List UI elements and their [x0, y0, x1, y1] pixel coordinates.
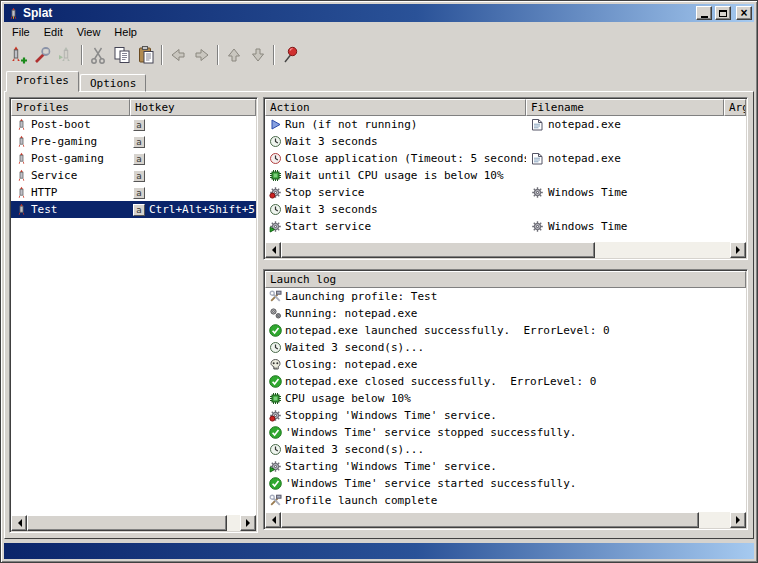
profile-row-selected[interactable]: Test aCtrl+Alt+Shift+5 [11, 201, 256, 218]
scroll-right-button[interactable] [730, 512, 746, 528]
scroll-track[interactable] [281, 242, 730, 258]
clock-icon [268, 203, 282, 216]
toolbar-separator [217, 45, 219, 65]
action-row[interactable]: Wait 3 seconds [265, 201, 746, 218]
column-header-hotkey[interactable]: Hotkey [130, 99, 256, 116]
app-icon [6, 7, 20, 20]
toolbar [4, 41, 754, 68]
forward-button[interactable] [190, 43, 214, 66]
action-text: Close application (Timeout: 5 seconds) [285, 152, 526, 165]
running-gears-icon [268, 307, 282, 320]
profile-name: Test [31, 203, 58, 216]
close-button[interactable]: × [736, 6, 752, 20]
log-row[interactable]: Launching profile: Test [265, 288, 746, 305]
log-horizontal-scrollbar[interactable] [265, 512, 746, 528]
toolbar-separator [273, 45, 275, 65]
cut-button[interactable] [86, 43, 110, 66]
back-button[interactable] [166, 43, 190, 66]
log-row[interactable]: notepad.exe closed successfully. ErrorLe… [265, 373, 746, 390]
scroll-track[interactable] [27, 515, 240, 531]
action-row[interactable]: Wait 3 seconds [265, 133, 746, 150]
profile-row[interactable]: Pre-gaming a [11, 133, 256, 150]
menu-file[interactable]: File [5, 24, 37, 40]
add-profile-button[interactable] [6, 43, 30, 66]
column-header-filename[interactable]: Filename [526, 99, 724, 116]
scroll-thumb[interactable] [281, 512, 699, 528]
action-text: Wait 3 seconds [285, 135, 378, 148]
column-header-launch-log[interactable]: Launch log [265, 271, 746, 288]
move-up-button[interactable] [222, 43, 246, 66]
action-row[interactable]: Start service Windows Time [265, 218, 746, 235]
log-row[interactable]: Closing: notepad.exe [265, 356, 746, 373]
tools-icon [268, 290, 282, 303]
actions-list: Action Filename Arg Run (if not running)… [263, 97, 748, 260]
right-triangle-icon [736, 516, 744, 524]
log-row[interactable]: Waited 3 second(s)... [265, 339, 746, 356]
profile-name: HTTP [31, 186, 58, 199]
up-arrow-icon [224, 45, 244, 65]
profile-row[interactable]: HTTP a [11, 184, 256, 201]
log-row[interactable]: notepad.exe launched successfully. Error… [265, 322, 746, 339]
menu-edit[interactable]: Edit [37, 24, 70, 40]
maximize-button[interactable] [715, 6, 731, 20]
profile-rocket-icon [14, 152, 28, 165]
scroll-thumb[interactable] [27, 515, 227, 531]
scroll-right-button[interactable] [240, 515, 256, 531]
clock-icon [268, 443, 282, 456]
log-row[interactable]: 'Windows Time' service started successfu… [265, 475, 746, 492]
profile-row[interactable]: Post-gaming a [11, 150, 256, 167]
menu-view[interactable]: View [70, 24, 108, 40]
log-row[interactable]: Starting 'Windows Time' service. [265, 458, 746, 475]
profile-row[interactable]: Post-boot a [11, 116, 256, 133]
forward-arrow-icon [192, 45, 212, 65]
action-row[interactable]: Stop service Windows Time [265, 184, 746, 201]
minimize-button[interactable] [696, 6, 712, 20]
run-icon [268, 118, 282, 131]
pin-button[interactable] [278, 43, 302, 66]
scroll-track[interactable] [281, 512, 730, 528]
filename-text: Windows Time [548, 186, 627, 199]
profile-name: Post-gaming [31, 152, 104, 165]
log-row[interactable]: Stopping 'Windows Time' service. [265, 407, 746, 424]
actions-horizontal-scrollbar[interactable] [265, 242, 746, 258]
filename-text: notepad.exe [548, 152, 621, 165]
menu-help[interactable]: Help [107, 24, 144, 40]
window-title: Splat [23, 6, 693, 20]
action-row[interactable]: Wait until CPU usage is below 10% [265, 167, 746, 184]
hotkey-badge-icon: a [133, 204, 145, 216]
copy-button[interactable] [110, 43, 134, 66]
title-bar[interactable]: Splat × [4, 4, 754, 22]
profile-row[interactable]: Service a [11, 167, 256, 184]
column-header-action[interactable]: Action [265, 99, 526, 116]
minimize-icon [701, 16, 708, 18]
action-row[interactable]: Close application (Timeout: 5 seconds) n… [265, 150, 746, 167]
log-row[interactable]: Profile launch complete [265, 492, 746, 509]
scroll-thumb[interactable] [281, 242, 595, 258]
right-triangle-icon [246, 519, 254, 527]
move-down-button[interactable] [246, 43, 270, 66]
column-header-profiles[interactable]: Profiles [11, 99, 130, 116]
log-row[interactable]: Waited 3 second(s)... [265, 441, 746, 458]
log-row[interactable]: 'Windows Time' service stopped successfu… [265, 424, 746, 441]
column-header-arg[interactable]: Arg [724, 99, 746, 116]
scroll-right-button[interactable] [730, 242, 746, 258]
tab-options[interactable]: Options [80, 74, 146, 92]
pushpin-icon [280, 45, 300, 65]
scroll-left-button[interactable] [11, 515, 27, 531]
log-row[interactable]: Running: notepad.exe [265, 305, 746, 322]
log-row[interactable]: CPU usage below 10% [265, 390, 746, 407]
tab-bar: Profiles Options [4, 70, 754, 92]
scroll-left-button[interactable] [265, 242, 281, 258]
scroll-left-button[interactable] [265, 512, 281, 528]
edit-profile-button[interactable] [30, 43, 54, 66]
toolbar-separator [161, 45, 163, 65]
right-triangle-icon [736, 246, 744, 254]
left-triangle-icon [268, 246, 276, 254]
close-application-icon [268, 152, 282, 165]
start-service-icon [268, 460, 282, 473]
profiles-horizontal-scrollbar[interactable] [11, 515, 256, 531]
tab-profiles[interactable]: Profiles [6, 71, 79, 92]
paste-button[interactable] [134, 43, 158, 66]
launch-profile-button[interactable] [54, 43, 78, 66]
action-row[interactable]: Run (if not running) notepad.exe [265, 116, 746, 133]
